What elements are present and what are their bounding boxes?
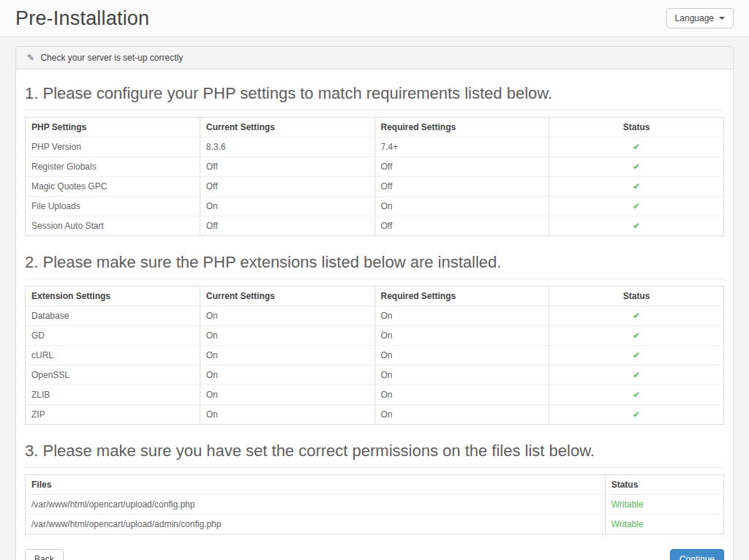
table-cell: On <box>200 326 374 346</box>
table-cell: Off <box>200 216 374 236</box>
status-cell: ✔ <box>549 177 724 197</box>
table-cell: On <box>374 326 549 346</box>
language-dropdown-button[interactable]: Language <box>666 8 734 29</box>
table-row: /var/www/html/opencart/upload/config.php… <box>26 495 724 515</box>
table-cell: PHP Version <box>26 137 200 157</box>
extension-settings-table: Extension Settings Current Settings Requ… <box>25 286 724 425</box>
table-cell: OpenSSL <box>26 366 200 385</box>
table-cell: Session Auto Start <box>26 216 200 236</box>
column-header: PHP Settings <box>26 118 200 137</box>
table-row: GDOnOn✔ <box>26 326 724 346</box>
table-cell: On <box>374 197 549 216</box>
status-cell: ✔ <box>549 346 724 366</box>
table-cell: File Uploads <box>26 197 200 216</box>
check-icon: ✔ <box>633 221 640 231</box>
content-area: ✎ Check your server is set-up correctly … <box>0 37 749 560</box>
table-header-row: PHP Settings Current Settings Required S… <box>26 118 724 137</box>
table-cell: On <box>374 306 549 326</box>
check-icon: ✔ <box>633 370 640 380</box>
check-icon: ✔ <box>633 181 640 192</box>
writable-status: Writable <box>611 499 644 510</box>
page-title: Pre-Installation <box>15 7 149 30</box>
table-row: cURLOnOn✔ <box>26 346 724 366</box>
table-cell: Off <box>374 177 549 197</box>
status-cell: Writable <box>605 495 723 515</box>
table-cell: ZIP <box>26 405 200 425</box>
table-row: ZIPOnOn✔ <box>26 405 724 425</box>
table-cell: Off <box>200 177 374 197</box>
panel-body: 1. Please configure your PHP settings to… <box>16 69 733 560</box>
table-row: /var/www/html/opencart/upload/admin/conf… <box>26 515 724 534</box>
page-header: Pre-Installation Language <box>0 0 749 37</box>
continue-button[interactable]: Continue <box>670 549 724 560</box>
section-php-extensions: 2. Please make sure the PHP extensions l… <box>25 249 724 425</box>
column-header: Files <box>26 475 606 495</box>
table-cell: 8.3.6 <box>200 137 374 157</box>
table-cell: cURL <box>26 346 200 366</box>
status-cell: ✔ <box>549 405 724 425</box>
table-cell: On <box>200 346 374 366</box>
check-icon: ✔ <box>633 350 640 360</box>
check-icon: ✔ <box>633 162 640 172</box>
pre-installation-panel: ✎ Check your server is set-up correctly … <box>15 46 734 560</box>
column-header: Required Settings <box>374 118 549 137</box>
table-header-row: Files Status <box>26 475 724 495</box>
table-row: PHP Version8.3.67.4+✔ <box>26 137 724 157</box>
column-header: Current Settings <box>200 287 374 306</box>
table-row: DatabaseOnOn✔ <box>26 306 724 326</box>
table-cell: Off <box>374 216 549 236</box>
writable-status: Writable <box>611 519 644 529</box>
table-cell: On <box>374 366 549 385</box>
table-cell: On <box>374 346 549 366</box>
column-header: Status <box>549 118 724 137</box>
table-row: ZLIBOnOn✔ <box>26 385 724 405</box>
table-cell: On <box>200 405 374 425</box>
status-cell: Writable <box>605 515 723 534</box>
column-header: Current Settings <box>200 118 374 137</box>
table-cell: Magic Quotes GPC <box>26 177 200 197</box>
footer-button-row: Back Continue <box>25 549 724 560</box>
status-cell: ✔ <box>549 385 724 405</box>
section-title-php-extensions: 2. Please make sure the PHP extensions l… <box>25 249 724 279</box>
table-cell: On <box>200 197 374 216</box>
table-cell: Off <box>374 157 549 177</box>
table-cell: ZLIB <box>26 385 200 405</box>
section-php-settings: 1. Please configure your PHP settings to… <box>25 80 724 236</box>
status-cell: ✔ <box>549 216 724 236</box>
table-cell: 7.4+ <box>374 137 549 157</box>
table-row: Register GlobalsOffOff✔ <box>26 157 724 177</box>
status-cell: ✔ <box>549 137 724 157</box>
caret-down-icon <box>719 17 725 20</box>
status-cell: ✔ <box>549 157 724 177</box>
column-header: Extension Settings <box>26 287 200 306</box>
panel-heading: ✎ Check your server is set-up correctly <box>16 47 733 69</box>
table-cell: On <box>374 385 549 405</box>
panel-heading-text: Check your server is set-up correctly <box>40 53 183 63</box>
table-cell: On <box>200 385 374 405</box>
table-row: Magic Quotes GPCOffOff✔ <box>26 177 724 197</box>
php-settings-table: PHP Settings Current Settings Required S… <box>25 117 724 236</box>
status-cell: ✔ <box>549 306 724 326</box>
table-row: Session Auto StartOffOff✔ <box>26 216 724 236</box>
table-row: File UploadsOnOn✔ <box>26 197 724 216</box>
section-title-file-permissions: 3. Please make sure you have set the cor… <box>25 438 724 468</box>
files-table: Files Status /var/www/html/opencart/uplo… <box>25 474 724 534</box>
section-file-permissions: 3. Please make sure you have set the cor… <box>25 438 724 534</box>
table-cell: Database <box>26 306 200 326</box>
table-cell: /var/www/html/opencart/upload/config.php <box>26 495 606 515</box>
table-row: OpenSSLOnOn✔ <box>26 366 724 385</box>
check-icon: ✔ <box>633 142 640 152</box>
back-button[interactable]: Back <box>25 549 64 560</box>
table-cell: Off <box>200 157 374 177</box>
column-header: Status <box>605 475 723 495</box>
status-cell: ✔ <box>549 366 724 385</box>
pencil-icon: ✎ <box>27 53 34 63</box>
check-icon: ✔ <box>633 330 640 341</box>
status-cell: ✔ <box>549 326 724 346</box>
table-cell: On <box>374 405 549 425</box>
check-icon: ✔ <box>633 311 640 321</box>
section-title-php-settings: 1. Please configure your PHP settings to… <box>25 80 724 110</box>
column-header: Required Settings <box>374 287 549 306</box>
table-cell: On <box>200 306 374 326</box>
check-icon: ✔ <box>633 409 640 420</box>
